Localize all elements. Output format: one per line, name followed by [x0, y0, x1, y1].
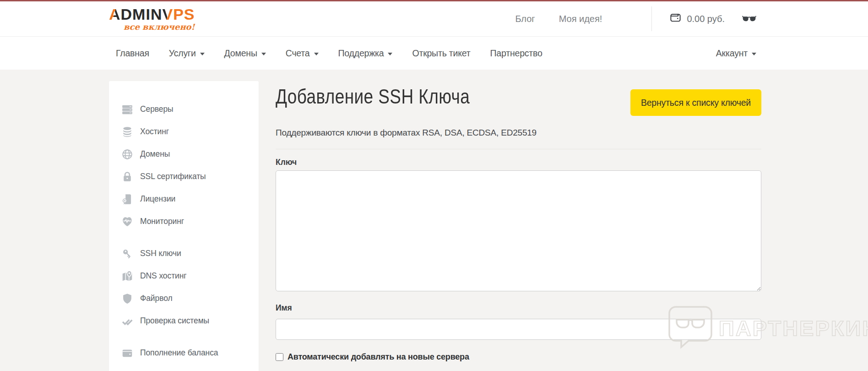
chevron-down-icon: [200, 53, 205, 55]
ssh-key-textarea[interactable]: [276, 170, 761, 291]
sidebar-item-map-marker[interactable]: DNS хостинг: [109, 265, 259, 287]
balance-amount: 0.00 руб.: [687, 14, 725, 24]
map-marker-icon: [121, 270, 134, 283]
adminvps-logo[interactable]: ADMINVPS все включено!: [109, 6, 195, 31]
sidebar-item-label: Проверка системы: [140, 316, 209, 326]
sidebar-item-key[interactable]: SSH ключи: [109, 242, 259, 265]
sidebar-item-lock[interactable]: SSL сертификаты: [109, 165, 259, 188]
nav-item-5[interactable]: Поддержка: [338, 48, 393, 59]
blog-link[interactable]: Блог: [515, 14, 535, 24]
nav-item-label: Домены: [224, 48, 257, 59]
sidebar-group-3: Пополнение балансаТикеты: [109, 342, 259, 371]
sidebar: СерверыХостингДоменыSSL сертификатыЛицен…: [109, 81, 259, 371]
shield-icon: [121, 292, 134, 305]
logo-text: ADMINVPS: [109, 6, 195, 22]
globe-icon: [121, 148, 134, 161]
chevron-down-icon: [388, 53, 392, 55]
sidebar-group-1: СерверыХостингДоменыSSL сертификатыЛицен…: [109, 98, 259, 233]
ticket-icon: [121, 369, 134, 371]
nav-item-1[interactable]: Главная: [116, 48, 149, 59]
nav-item-6[interactable]: Открыть тикет: [412, 48, 470, 59]
sidebar-item-label: DNS хостинг: [140, 271, 187, 281]
sidebar-item-label: Лицензии: [140, 194, 175, 204]
sidebar-item-ticket[interactable]: Тикеты: [109, 364, 259, 371]
sidebar-item-database[interactable]: Хостинг: [109, 120, 259, 143]
server-icon: [121, 103, 134, 116]
sidebar-item-label: Файрвол: [140, 294, 173, 303]
header-separator: [651, 6, 652, 31]
sidebar-group-2: SSH ключиDNS хостингФайрволПроверка сист…: [109, 242, 259, 332]
key-icon: [121, 247, 134, 260]
sidebar-item-heartbeat[interactable]: Мониторинг: [109, 210, 259, 233]
sidebar-item-label: Серверы: [140, 104, 174, 114]
form-divider: [276, 149, 761, 149]
sidebar-item-label: Хостинг: [140, 127, 169, 136]
back-to-keys-button[interactable]: Вернуться к списку ключей: [630, 89, 761, 116]
wallet-outline-icon: [669, 11, 682, 26]
sidebar-item-license[interactable]: Лицензии: [109, 188, 259, 210]
nav-account-label: Аккаунт: [716, 48, 748, 59]
heartbeat-icon: [121, 215, 134, 228]
check-double-icon: [121, 315, 134, 327]
nav-item-label: Поддержка: [338, 48, 384, 59]
auto-add-checkbox[interactable]: [276, 353, 283, 361]
nav-item-label: Партнерство: [490, 48, 542, 59]
adminvps-ssh-add-page: ADMINVPS все включено! Блог Моя идея! 0.…: [0, 0, 868, 371]
sidebar-item-label: Домены: [140, 149, 170, 159]
nav-item-4[interactable]: Счета: [286, 48, 319, 59]
nav-item-label: Открыть тикет: [412, 48, 470, 59]
key-field-label: Ключ: [276, 158, 761, 167]
sidebar-item-label: Пополнение баланса: [140, 348, 218, 358]
nav-item-label: Услуги: [169, 48, 196, 59]
logo-tagline: все включено!: [109, 23, 195, 31]
sidebar-item-shield[interactable]: Файрвол: [109, 287, 259, 310]
nav-item-label: Главная: [116, 48, 149, 59]
sidebar-item-label: Мониторинг: [140, 217, 184, 226]
my-idea-link[interactable]: Моя идея!: [559, 14, 602, 24]
sidebar-item-label: SSL сертификаты: [140, 172, 206, 181]
chevron-down-icon: [314, 53, 319, 55]
sidebar-item-server[interactable]: Серверы: [109, 98, 259, 120]
nav-item-3[interactable]: Домены: [224, 48, 266, 59]
supported-formats-text: Поддерживаются ключи в форматах RSA, DSA…: [276, 128, 761, 138]
main-navbar: ГлавнаяУслугиДоменыСчетаПоддержкаОткрыть…: [0, 36, 868, 70]
balance-widget[interactable]: 0.00 руб.: [669, 11, 725, 26]
chevron-down-icon: [261, 53, 266, 55]
nav-item-7[interactable]: Партнерство: [490, 48, 542, 59]
page-title: Добавление SSH Ключа: [276, 85, 684, 108]
wallet-icon: [121, 347, 134, 360]
nav-account[interactable]: Аккаунт: [716, 48, 756, 59]
key-name-input[interactable]: [276, 319, 761, 340]
license-icon: [121, 193, 134, 206]
lock-icon: [121, 170, 134, 183]
auto-add-label[interactable]: Автоматически добавлять на новые сервера: [288, 352, 469, 362]
sidebar-item-check-double[interactable]: Проверка системы: [109, 310, 259, 332]
chevron-down-icon: [752, 53, 756, 55]
database-icon: [121, 125, 134, 138]
sidebar-item-wallet[interactable]: Пополнение баланса: [109, 342, 259, 364]
glasses-icon[interactable]: [742, 15, 756, 23]
main-content: Добавление SSH Ключа Вернуться к списку …: [276, 81, 761, 362]
sidebar-item-globe[interactable]: Домены: [109, 143, 259, 165]
header: ADMINVPS все включено! Блог Моя идея! 0.…: [0, 1, 868, 36]
nav-item-label: Счета: [286, 48, 310, 59]
sidebar-item-label: SSH ключи: [140, 249, 181, 258]
name-field-label: Имя: [276, 303, 761, 313]
nav-item-2[interactable]: Услуги: [169, 48, 205, 59]
